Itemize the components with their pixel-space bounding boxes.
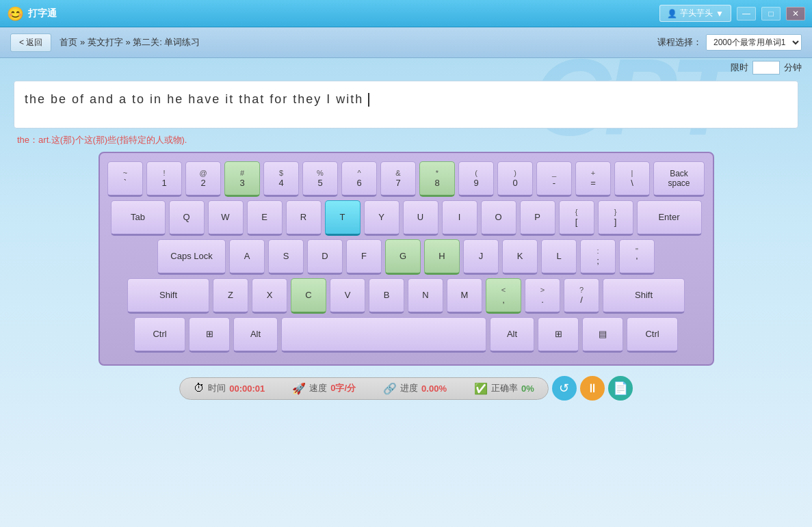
key-y[interactable]: Y [364,200,400,236]
key-t[interactable]: T [325,200,361,236]
key-row-4: Shift Z X C V B N M <, >. ?/ Shift [108,278,705,314]
accuracy-value: 0% [521,383,534,394]
key-alt-left[interactable]: Alt [233,317,278,353]
status-time: ⏱ 时间 00:00:01 [194,382,265,394]
key-b[interactable]: B [369,278,404,314]
key-u[interactable]: U [403,200,438,236]
key-quote[interactable]: "' [619,239,655,275]
time-limit-input[interactable] [752,61,780,75]
key-c[interactable]: C [291,278,326,314]
accuracy-icon: ✅ [474,382,488,395]
minimize-button[interactable]: — [737,7,756,21]
key-q[interactable]: Q [169,200,205,236]
key-z[interactable]: Z [213,278,248,314]
key-win-left[interactable]: ⊞ [189,317,230,353]
key-row-1: ~` !1 @2 #3 $4 %5 ^6 &7 *8 (9 )0 _- += |… [108,161,705,197]
key-slash[interactable]: ?/ [564,278,599,314]
key-e[interactable]: E [247,200,283,236]
key-backslash[interactable]: |\ [614,161,650,197]
maximize-button[interactable]: □ [761,7,781,21]
main-content: the be of and a to in he have it that fo… [0,77,812,369]
key-k[interactable]: K [502,239,538,275]
dropdown-icon: ▼ [716,9,724,18]
nav-right: 课程选择： 2000个最常用单词1 [657,34,802,51]
key-9[interactable]: (9 [458,161,494,197]
speed-label: 速度 [309,382,327,394]
user-badge[interactable]: 👤 芋头芋头 ▼ [659,5,731,22]
key-capslock[interactable]: Caps Lock [157,239,226,275]
key-tilde[interactable]: ~` [107,161,143,197]
time-value: 00:00:01 [229,383,265,394]
key-5[interactable]: %5 [302,161,338,197]
time-limit-unit: 分钟 [784,62,802,74]
key-f[interactable]: F [346,239,382,275]
key-m[interactable]: M [447,278,482,314]
key-d[interactable]: D [307,239,343,275]
typing-area[interactable]: the be of and a to in he have it that fo… [14,81,798,129]
key-win-right[interactable]: ⊞ [538,317,579,353]
username: 芋头芋头 [680,8,713,19]
speed-icon: 🚀 [292,382,306,395]
close-button[interactable]: ✕ [786,7,805,21]
key-h[interactable]: H [424,239,460,275]
key-shift-left[interactable]: Shift [127,278,209,314]
key-space[interactable] [281,317,486,353]
app-icon: 😊 [7,5,24,22]
key-o[interactable]: O [481,200,516,236]
key-8[interactable]: *8 [419,161,455,197]
key-bracket-right[interactable]: }] [598,200,633,236]
key-bracket-left[interactable]: {[ [559,200,594,236]
key-7[interactable]: &7 [380,161,416,197]
status-progress: 🔗 进度 0.00% [383,382,447,395]
time-icon: ⏱ [194,382,205,394]
key-row-2: Tab Q W E R T Y U I O P {[ }] Enter [108,200,705,236]
key-shift-right[interactable]: Shift [603,278,685,314]
key-n[interactable]: N [408,278,443,314]
key-3[interactable]: #3 [224,161,260,197]
course-select[interactable]: 2000个最常用单词1 [706,34,802,51]
key-alt-right[interactable]: Alt [490,317,534,353]
user-icon: 👤 [667,9,677,18]
key-backspace[interactable]: Backspace [653,161,705,197]
key-comma[interactable]: <, [486,278,521,314]
key-4[interactable]: $4 [263,161,299,197]
status-bar: ⏱ 时间 00:00:01 🚀 速度 0字/分 🔗 进度 0.00% ✅ 正确率… [0,369,812,407]
speed-value: 0字/分 [330,382,356,394]
key-equals[interactable]: += [575,161,611,197]
key-x[interactable]: X [252,278,287,314]
back-button[interactable]: < 返回 [10,33,51,52]
title-bar: 😊 打字通 👤 芋头芋头 ▼ — □ ✕ [0,0,812,27]
app-title-group: 😊 打字通 [7,5,57,22]
key-2[interactable]: @2 [185,161,221,197]
key-menu[interactable]: ▤ [582,317,623,353]
key-row-3: Caps Lock A S D F G H J K L :; "' [108,239,705,275]
key-enter[interactable]: Enter [637,200,702,236]
key-l[interactable]: L [541,239,577,275]
save-button[interactable]: 📄 [608,376,633,401]
key-a[interactable]: A [229,239,265,275]
time-limit-label: 限时 [731,62,748,74]
key-i[interactable]: I [442,200,477,236]
key-v[interactable]: V [330,278,365,314]
key-period[interactable]: >. [525,278,560,314]
key-w[interactable]: W [208,200,244,236]
key-ctrl-left[interactable]: Ctrl [134,317,185,353]
time-limit-row: 限时 分钟 [0,58,812,77]
key-j[interactable]: J [463,239,499,275]
key-s[interactable]: S [268,239,304,275]
refresh-button[interactable]: ↺ [552,376,577,401]
key-semicolon[interactable]: :; [580,239,616,275]
pause-button[interactable]: ⏸ [580,376,605,401]
key-g[interactable]: G [385,239,421,275]
typing-cursor [368,93,369,107]
key-tab[interactable]: Tab [111,200,166,236]
key-p[interactable]: P [520,200,555,236]
status-accuracy: ✅ 正确率 0% [474,382,534,395]
breadcrumb: 首页 » 英文打字 » 第二关: 单词练习 [60,36,200,49]
key-ctrl-right[interactable]: Ctrl [627,317,678,353]
key-r[interactable]: R [286,200,322,236]
key-minus[interactable]: _- [536,161,572,197]
key-0[interactable]: )0 [497,161,533,197]
key-1[interactable]: !1 [146,161,182,197]
key-6[interactable]: ^6 [341,161,377,197]
